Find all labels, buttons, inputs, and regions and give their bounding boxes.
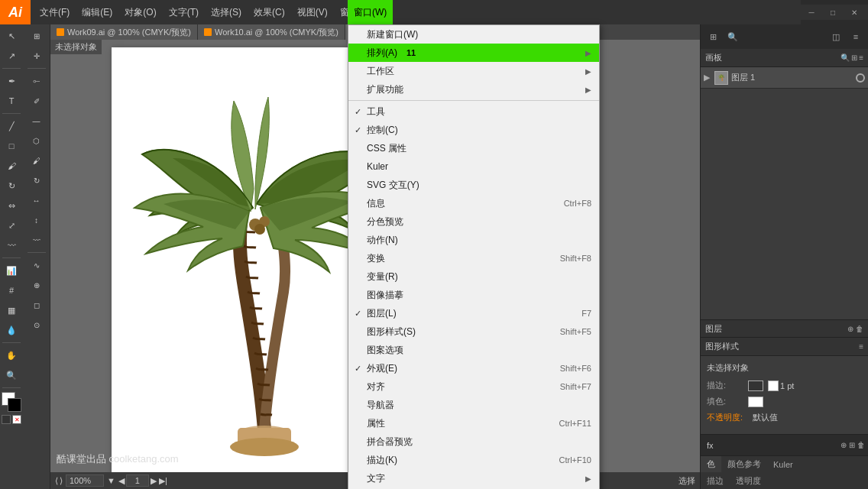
panel-icon-1[interactable]: ⊞: [704, 28, 722, 46]
tool-col2-15[interactable]: ⊙: [26, 316, 47, 334]
tool-col2-9[interactable]: ↔: [26, 191, 47, 209]
layer-bottom-icon-2[interactable]: 🗑: [856, 325, 863, 333]
dropdown-item[interactable]: 图形样式(S)Shift+F5: [348, 322, 599, 341]
tool-col2-14[interactable]: ◻: [26, 296, 47, 314]
tool-col2-3[interactable]: ⟜: [26, 72, 47, 90]
dropdown-item[interactable]: SVG 交互(Y): [348, 176, 599, 194]
tool-col2-10[interactable]: ↕: [26, 211, 47, 229]
rect-tool[interactable]: □: [1, 137, 22, 155]
menu-item[interactable]: 文件(F): [34, 3, 76, 22]
layer-expand-icon[interactable]: ▶: [704, 73, 710, 83]
dropdown-item[interactable]: 分色预览: [348, 212, 599, 231]
pen-tool[interactable]: ✒: [1, 72, 22, 90]
status-nav[interactable]: ⟨⟩: [55, 476, 63, 486]
tool-col2-2[interactable]: ✛: [26, 47, 47, 65]
zoom-tool[interactable]: 🔍: [1, 366, 22, 384]
tool-col2-12[interactable]: ∿: [26, 256, 47, 274]
fx-button[interactable]: fx: [704, 441, 717, 450]
panel-settings-icon[interactable]: ≡: [847, 28, 865, 46]
tool-col2-11[interactable]: 〰: [26, 231, 47, 249]
dropdown-item[interactable]: ✓图层(L)F7: [348, 304, 599, 322]
layer-bottom-icon-1[interactable]: ⊕: [847, 325, 853, 333]
dropdown-item[interactable]: 新建窗口(W): [348, 25, 599, 44]
dropdown-item[interactable]: ✓工具: [348, 102, 599, 121]
eyedropper-tool[interactable]: 💧: [1, 321, 22, 339]
tool-col2-6[interactable]: ⬡: [26, 131, 47, 150]
tab-transparency[interactable]: 透明度: [730, 472, 767, 489]
dropdown-item[interactable]: 扩展功能▶: [348, 80, 599, 99]
mirror-tool[interactable]: ⇔: [1, 196, 22, 215]
scale-tool[interactable]: ⤢: [1, 216, 22, 235]
layer-target-circle[interactable]: [856, 73, 865, 83]
layers-options-icon[interactable]: ≡: [859, 53, 863, 62]
dropdown-item[interactable]: 图像描摹: [348, 286, 599, 304]
tab-stroke[interactable]: 描边: [701, 472, 730, 489]
tool-col2-1[interactable]: ⊞: [26, 27, 47, 45]
menu-item[interactable]: 文字(T): [163, 3, 205, 22]
bottom-icon-2[interactable]: ⊞: [849, 441, 855, 449]
menu-item[interactable]: 窗口(W): [334, 3, 379, 22]
menu-item[interactable]: 编辑(E): [76, 3, 118, 22]
fill-swatch[interactable]: [748, 397, 763, 407]
document-tab[interactable]: Work09.ai @ 100% (CMYK/预览): [50, 24, 198, 40]
tab-color[interactable]: 色: [701, 456, 721, 473]
selection-tool[interactable]: ↖: [1, 27, 22, 45]
dropdown-item[interactable]: 导航器: [348, 396, 599, 414]
hand-tool[interactable]: ✋: [1, 346, 22, 364]
tool-col2-13[interactable]: ⊕: [26, 276, 47, 294]
menu-item[interactable]: 对象(O): [118, 3, 162, 22]
graph-tool[interactable]: 📊: [1, 261, 22, 280]
menu-item[interactable]: 视图(V): [291, 3, 334, 22]
document-tab[interactable]: Work10.ai @ 100% (CMYK/预览): [198, 24, 345, 40]
close-button[interactable]: ✕: [844, 5, 865, 20]
dropdown-item[interactable]: 动作(N): [348, 231, 599, 249]
graph-options-icon[interactable]: ≡: [859, 342, 863, 351]
dropdown-item-label: 分色预览: [367, 215, 403, 228]
text-tool[interactable]: T: [1, 92, 22, 110]
dropdown-item[interactable]: 属性Ctrl+F11: [348, 414, 599, 432]
stroke-swatch[interactable]: [748, 381, 763, 391]
dropdown-menu[interactable]: 新建窗口(W)排列(A)11▶工作区▶扩展功能▶✓工具✓控制(C)CSS 属性K…: [348, 24, 600, 489]
tool-col2-4[interactable]: ✐: [26, 92, 47, 110]
dropdown-item[interactable]: 描边(K)Ctrl+F10: [348, 451, 599, 469]
menu-item[interactable]: 选择(S): [205, 3, 248, 22]
layers-search-icon[interactable]: 🔍: [840, 53, 850, 62]
tool-col2-5[interactable]: —: [26, 112, 47, 130]
stroke-swatch-white[interactable]: [768, 381, 779, 391]
maximize-button[interactable]: □: [822, 5, 844, 20]
panel-icon-2[interactable]: 🔍: [724, 28, 742, 46]
dropdown-item[interactable]: 变换Shift+F8: [348, 249, 599, 267]
dropdown-item[interactable]: 工作区▶: [348, 62, 599, 80]
menu-item[interactable]: 效果(C): [248, 3, 291, 22]
dropdown-item[interactable]: ✓控制(C): [348, 121, 599, 139]
dropdown-item[interactable]: 拼合器预览: [348, 432, 599, 451]
tool-col2-7[interactable]: 🖌: [26, 151, 47, 170]
dropdown-item-label: 属性: [367, 417, 385, 430]
brush-tool[interactable]: 🖌: [1, 157, 22, 175]
layer-row[interactable]: ▶ 🌴 图层 1: [701, 67, 868, 89]
line-tool[interactable]: ╱: [1, 117, 22, 135]
dropdown-item[interactable]: 图案选项: [348, 341, 599, 359]
minimize-button[interactable]: ─: [801, 5, 822, 20]
layers-arrange-icon[interactable]: ⊞: [851, 53, 857, 62]
rotate-tool[interactable]: ↻: [1, 176, 22, 195]
tab-color-ref[interactable]: 颜色参考: [721, 456, 767, 473]
dropdown-item[interactable]: 排列(A)11▶: [348, 44, 599, 62]
tool-col2-8[interactable]: ↻: [26, 171, 47, 189]
dropdown-item[interactable]: 对齐Shift+F7: [348, 377, 599, 396]
direct-select-tool[interactable]: ↗: [1, 47, 22, 65]
dropdown-item[interactable]: 信息Ctrl+F8: [348, 194, 599, 212]
warp-tool[interactable]: 〰: [1, 236, 22, 254]
dropdown-item[interactable]: ✓外观(E)Shift+F6: [348, 359, 599, 377]
tab-kuler[interactable]: Kuler: [767, 456, 799, 473]
bottom-icon-3[interactable]: 🗑: [857, 441, 865, 449]
dropdown-item[interactable]: 文字▶: [348, 469, 599, 487]
dropdown-item[interactable]: 变量(R): [348, 267, 599, 286]
dropdown-item[interactable]: Kuler: [348, 157, 599, 176]
bottom-icon-1[interactable]: ⊕: [840, 441, 847, 449]
gradient-tool[interactable]: ▦: [1, 301, 22, 319]
dropdown-item[interactable]: CSS 属性: [348, 139, 599, 157]
right-panel: ⊞ 🔍 ◫ ≡ 画板 🔍 ⊞ ≡ ▶ 🌴 图层 1: [700, 24, 868, 489]
panel-arrange-icon[interactable]: ◫: [827, 28, 845, 46]
mesh-tool[interactable]: #: [1, 281, 22, 300]
